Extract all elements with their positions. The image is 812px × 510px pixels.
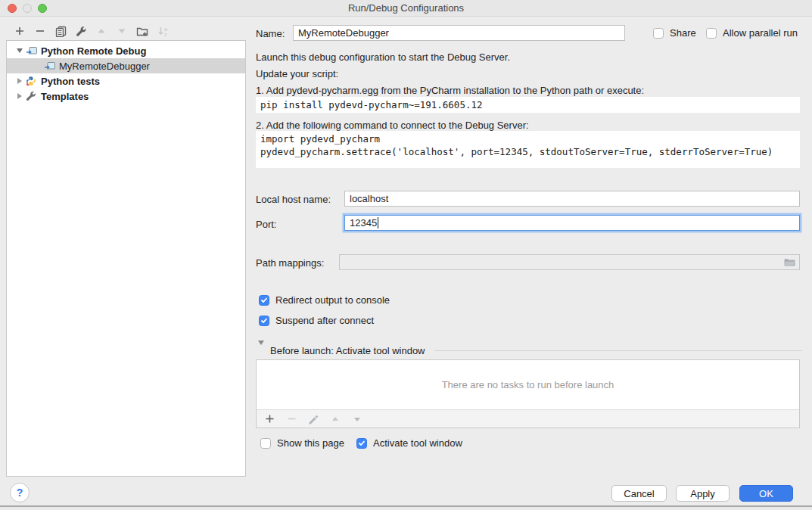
copy-configuration-icon[interactable] <box>54 25 67 37</box>
move-up-icon[interactable] <box>95 25 107 37</box>
port-label: Port: <box>256 219 276 230</box>
window-title: Run/Debug Configurations <box>348 2 464 14</box>
header-rule <box>434 350 802 351</box>
close-window-button[interactable] <box>8 4 17 13</box>
configurations-tree: Python Remote Debug MyRemoteDebugger Pyt… <box>6 40 246 477</box>
help-question-icon: ? <box>17 487 23 499</box>
redirect-output-checkbox[interactable]: Redirect output to console <box>259 294 390 306</box>
apply-button[interactable]: Apply <box>676 485 730 502</box>
sort-configurations-icon[interactable]: az <box>157 25 169 37</box>
allow-parallel-run-checkbox[interactable]: Allow parallel run <box>706 27 798 39</box>
before-launch-header[interactable]: Before launch: Activate tool window <box>258 345 802 356</box>
instruction-step1: 1. Add pydevd-pycharm.egg from the PyCha… <box>256 85 644 96</box>
minimize-window-button[interactable] <box>23 4 32 13</box>
help-button[interactable]: ? <box>10 483 30 502</box>
redirect-output-label: Redirect output to console <box>275 294 390 306</box>
zoom-window-button[interactable] <box>38 4 47 13</box>
activate-tool-window-checkbox[interactable]: Activate tool window <box>356 437 462 449</box>
empty-task-message: There are no tasks to run before launch <box>257 360 799 409</box>
port-input[interactable]: 12345 <box>344 215 800 231</box>
tree-item-myremotedebugger[interactable]: MyRemoteDebugger <box>7 58 245 73</box>
instruction-step2: 2. Add the following command to connect … <box>256 120 529 131</box>
tree-item-python-tests[interactable]: Python tests <box>7 73 245 89</box>
suspend-after-connect-checkbox[interactable]: Suspend after connect <box>259 315 374 326</box>
redirect-output-checkbox-box[interactable] <box>259 295 269 306</box>
activate-tool-window-label: Activate tool window <box>373 437 462 449</box>
window-bottom-edge <box>0 505 812 510</box>
allow-parallel-run-label: Allow parallel run <box>723 27 798 39</box>
configurations-toolbar: az <box>14 23 169 39</box>
pip-install-code: pip install pydevd-pycharm~=191.6605.12 <box>256 97 800 113</box>
run-debug-configurations-dialog: Run/Debug Configurations az <box>0 0 812 510</box>
settrace-code-line1: import pydevd_pycharm <box>260 133 380 145</box>
move-task-up-icon[interactable] <box>329 413 341 425</box>
remote-debug-config-icon <box>26 45 38 56</box>
show-this-page-checkbox[interactable]: Show this page <box>260 437 344 449</box>
path-mappings-input[interactable] <box>339 254 800 270</box>
remote-debug-config-icon <box>44 61 56 71</box>
tree-item-label: Python Remote Debug <box>41 45 146 57</box>
svg-text:a: a <box>164 26 167 31</box>
python-tests-icon <box>26 76 38 86</box>
instruction-update: Update your script: <box>256 68 338 79</box>
edit-templates-icon[interactable] <box>75 25 87 37</box>
expand-collapse-icon[interactable] <box>16 93 23 99</box>
before-launch-toolbar <box>257 409 799 428</box>
add-configuration-icon[interactable] <box>14 25 26 37</box>
remove-configuration-icon[interactable] <box>34 25 46 37</box>
expand-collapse-icon[interactable] <box>16 48 23 53</box>
settrace-code-line2: pydevd_pycharm.settrace('localhost', por… <box>260 146 773 157</box>
share-checkbox-box[interactable] <box>653 28 664 39</box>
name-input[interactable] <box>293 25 625 41</box>
remove-task-icon[interactable] <box>285 413 297 425</box>
before-launch-task-list: There are no tasks to run before launch <box>256 359 800 428</box>
port-value: 12345 <box>350 217 377 229</box>
local-host-name-input[interactable] <box>344 191 800 207</box>
instruction-intro: Launch this debug configuration to start… <box>256 51 510 63</box>
titlebar: Run/Debug Configurations <box>0 0 812 17</box>
new-folder-icon[interactable] <box>136 25 148 37</box>
ok-button[interactable]: OK <box>739 485 793 502</box>
settrace-code: import pydevd_pycharmpydevd_pycharm.sett… <box>256 131 800 168</box>
before-launch-title: Before launch: Activate tool window <box>270 345 425 356</box>
text-cursor <box>378 217 378 229</box>
cancel-button[interactable]: Cancel <box>611 485 667 502</box>
share-checkbox[interactable]: Share <box>653 27 696 39</box>
suspend-after-connect-label: Suspend after connect <box>275 315 374 326</box>
edit-task-icon[interactable] <box>307 413 319 425</box>
tree-item-python-remote-debug[interactable]: Python Remote Debug <box>7 43 245 58</box>
templates-icon <box>26 91 38 101</box>
show-this-page-checkbox-box[interactable] <box>260 438 271 449</box>
local-host-name-label: Local host name: <box>256 194 331 205</box>
collapse-arrow-icon[interactable] <box>258 345 264 356</box>
allow-parallel-checkbox-box[interactable] <box>706 28 717 39</box>
move-task-down-icon[interactable] <box>351 413 363 425</box>
add-task-icon[interactable] <box>263 413 275 425</box>
show-this-page-label: Show this page <box>277 437 344 449</box>
name-label: Name: <box>256 28 285 39</box>
tree-item-templates[interactable]: Templates <box>7 89 245 104</box>
svg-text:z: z <box>164 32 167 37</box>
tree-item-label: Templates <box>41 91 89 102</box>
suspend-checkbox-box[interactable] <box>259 316 269 326</box>
tree-item-label: MyRemoteDebugger <box>59 61 150 72</box>
share-label: Share <box>670 27 696 39</box>
expand-collapse-icon[interactable] <box>16 78 23 84</box>
path-mappings-label: Path mappings: <box>256 257 324 269</box>
move-down-icon[interactable] <box>116 25 128 37</box>
activate-tool-window-checkbox-box[interactable] <box>356 438 367 449</box>
tree-item-label: Python tests <box>41 76 100 87</box>
browse-folder-icon[interactable] <box>783 257 796 270</box>
